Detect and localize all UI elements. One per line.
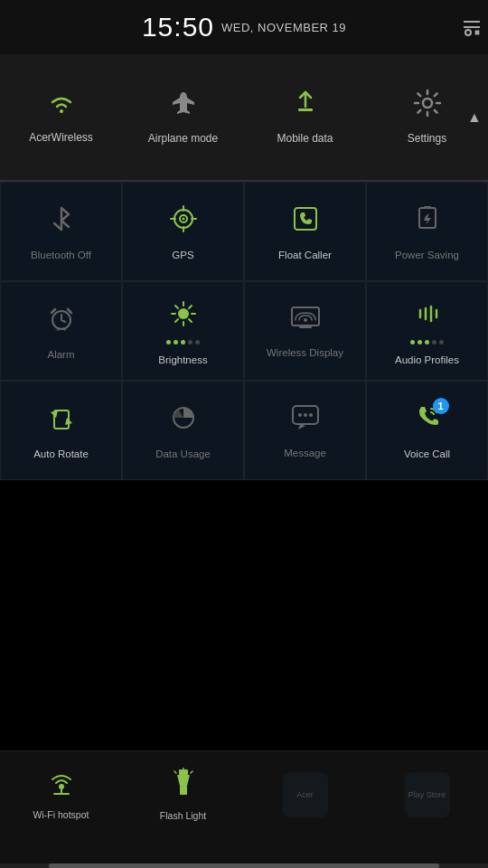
floatcaller-icon xyxy=(291,204,320,240)
wireless-display-label: Wireless Display xyxy=(267,346,343,360)
clock: 15:50 xyxy=(142,12,214,42)
message-label: Message xyxy=(284,447,326,460)
svg-point-33 xyxy=(309,413,313,417)
tile-floatcaller[interactable]: Float Caller xyxy=(244,182,366,281)
gps-label: GPS xyxy=(172,249,193,262)
svg-rect-15 xyxy=(424,206,431,209)
mobiledata-label: Mobile data xyxy=(277,132,333,146)
tile-autorotate[interactable]: Auto Rotate xyxy=(0,381,122,480)
tile-voicecall[interactable]: 1 Voice Call xyxy=(366,381,488,480)
audioprofiles-label: Audio Profiles xyxy=(395,354,459,367)
voicecall-badge: 1 xyxy=(433,398,449,414)
hotspot-icon xyxy=(47,769,76,804)
tile-flashlight[interactable]: Flash Light xyxy=(122,756,244,833)
settings-icon xyxy=(413,89,442,125)
date: WED, NOVEMBER 19 xyxy=(221,21,346,34)
autorotate-label: Auto Rotate xyxy=(33,448,89,461)
bottom-quick-tiles: Wi-Fi hotspot Flash Light Acer Play Stor… xyxy=(0,751,488,833)
svg-point-5 xyxy=(423,99,432,108)
brightness-icon xyxy=(169,299,198,335)
tile-datausage[interactable]: Data Usage xyxy=(122,381,244,480)
flashlight-label: Flash Light xyxy=(160,810,206,821)
tools-icon[interactable] xyxy=(455,0,488,54)
tile-mobiledata[interactable]: Mobile data xyxy=(244,54,366,180)
wireless-display-icon xyxy=(290,306,321,337)
airplane-label: Airplane mode xyxy=(148,132,218,146)
bottom-area: Wi-Fi hotspot Flash Light Acer Play Stor… xyxy=(0,750,488,868)
alarm-label: Alarm xyxy=(47,348,74,362)
voicecall-icon: 1 xyxy=(413,403,442,439)
quick-settings-grid: Bluetooth Off GPS Float Caller xyxy=(0,181,488,480)
tile-alarm[interactable]: Alarm xyxy=(0,281,122,381)
scrollbar-thumb xyxy=(49,863,439,868)
svg-point-31 xyxy=(298,413,302,417)
tile-message[interactable]: Message xyxy=(244,381,366,480)
svg-point-8 xyxy=(182,218,184,221)
svg-line-25 xyxy=(175,319,178,322)
app-playstore[interactable]: Play Store xyxy=(366,756,488,833)
tile-airplane[interactable]: Airplane mode xyxy=(122,54,244,180)
tile-wifi-hotspot[interactable]: Wi-Fi hotspot xyxy=(0,756,122,833)
tile-powersaving[interactable]: Power Saving xyxy=(366,182,488,281)
tile-brightness[interactable]: Brightness xyxy=(122,281,244,381)
settings-label: Settings xyxy=(408,132,446,146)
audio-dots xyxy=(410,340,444,344)
mobiledata-icon xyxy=(291,89,320,125)
svg-point-2 xyxy=(465,30,471,35)
message-icon xyxy=(291,404,320,438)
gps-icon xyxy=(169,204,198,240)
wifi-icon xyxy=(45,90,78,124)
powersaving-label: Power Saving xyxy=(395,249,459,262)
playstore-label: Play Store xyxy=(408,790,446,799)
svg-point-32 xyxy=(304,413,307,417)
svg-point-27 xyxy=(304,318,307,322)
audioprofiles-icon xyxy=(413,299,442,335)
powersaving-icon xyxy=(415,204,440,240)
svg-line-23 xyxy=(189,319,192,322)
quick-tiles-top: AcerWireless Airplane mode Mobile data xyxy=(0,54,488,181)
svg-rect-38 xyxy=(180,786,187,795)
svg-point-17 xyxy=(178,308,189,319)
svg-rect-13 xyxy=(295,208,316,230)
scrollbar xyxy=(0,863,488,868)
tile-wireless-display[interactable]: Wireless Display xyxy=(244,281,366,381)
autorotate-icon xyxy=(47,403,76,439)
datausage-label: Data Usage xyxy=(155,448,211,461)
collapse-chevron[interactable]: ▲ xyxy=(461,54,488,180)
tile-bluetooth[interactable]: Bluetooth Off xyxy=(0,182,122,281)
svg-line-24 xyxy=(189,306,192,308)
alarm-icon xyxy=(47,304,76,339)
wifi-label: AcerWireless xyxy=(29,131,93,146)
floatcaller-label: Float Caller xyxy=(278,249,332,262)
flashlight-icon xyxy=(171,768,196,805)
tile-audioprofiles[interactable]: Audio Profiles xyxy=(366,281,488,381)
airplane-icon xyxy=(169,89,198,125)
svg-rect-4 xyxy=(298,108,313,111)
status-bar: 15:50 WED, NOVEMBER 19 xyxy=(0,0,488,54)
hotspot-label: Wi-Fi hotspot xyxy=(33,809,89,820)
bluetooth-icon xyxy=(49,204,74,240)
brightness-dots xyxy=(166,340,200,344)
voicecall-label: Voice Call xyxy=(404,448,450,461)
brightness-label: Brightness xyxy=(158,354,207,367)
svg-line-22 xyxy=(175,306,178,308)
datausage-icon xyxy=(169,403,198,439)
bluetooth-label: Bluetooth Off xyxy=(31,249,91,262)
svg-point-3 xyxy=(60,109,63,113)
svg-rect-37 xyxy=(179,769,188,775)
tile-gps[interactable]: GPS xyxy=(122,182,244,281)
tile-wifi[interactable]: AcerWireless xyxy=(0,54,122,180)
app-acer[interactable]: Acer xyxy=(244,756,366,833)
acer-label: Acer xyxy=(296,790,314,799)
